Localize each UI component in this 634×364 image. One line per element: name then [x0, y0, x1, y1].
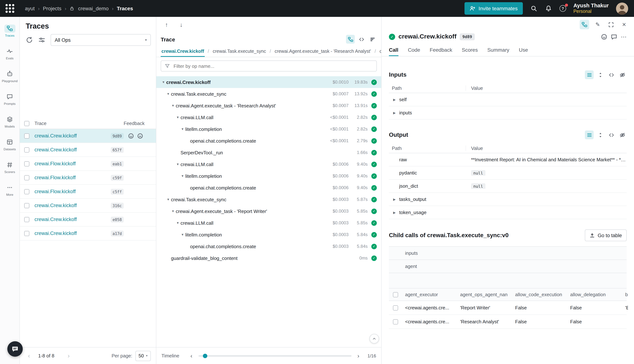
row-checkbox[interactable]	[24, 203, 29, 208]
chevron-down-icon[interactable]: ▼	[180, 174, 185, 178]
path-tab[interactable]: crewai.Crew.kickoff	[161, 49, 205, 57]
timeline-slider[interactable]	[198, 355, 351, 356]
trace-tree-row[interactable]: ▼ openai.chat.completions.create$0.00035…	[156, 240, 381, 252]
overflow-menu-icon[interactable]: ⋯	[621, 33, 627, 40]
trace-tree-row[interactable]: ▼ SerperDevTool._run1.66s✓	[156, 147, 381, 158]
hide-values-icon[interactable]	[618, 70, 627, 79]
invite-teammates-button[interactable]: Invite teammates	[465, 2, 523, 15]
row-checkbox[interactable]	[393, 319, 398, 324]
chat-fab[interactable]	[7, 341, 23, 357]
timeline-next-icon[interactable]: ›	[355, 352, 362, 359]
sidebar-item-models[interactable]: Models	[1, 112, 19, 132]
chevron-down-icon[interactable]: ▼	[175, 221, 180, 225]
row-checkbox[interactable]	[24, 231, 29, 236]
sidebar-item-scorers[interactable]: Scorers	[1, 157, 19, 178]
output-row[interactable]: json_dict null	[389, 180, 627, 193]
hide-values-icon[interactable]	[618, 130, 627, 139]
inputs-row[interactable]: ▶inputs	[389, 106, 627, 120]
sidebar-item-playground[interactable]: Playground	[1, 66, 19, 86]
chevron-down-icon[interactable]: ▼	[165, 92, 171, 96]
row-checkbox[interactable]	[24, 217, 29, 222]
trace-tree-row[interactable]: ▼ crewai.Task.execute_sync$0.00035.87s✓	[156, 194, 381, 205]
code-view-icon[interactable]	[607, 70, 616, 79]
inputs-row[interactable]: ▶self	[389, 93, 627, 106]
avatar[interactable]	[616, 2, 628, 14]
table-row[interactable]: crewai.Crew.kickoff a17d	[20, 226, 156, 240]
sidebar-item-prompts[interactable]: Prompts	[1, 89, 19, 109]
row-checkbox[interactable]	[24, 161, 29, 166]
tab-code[interactable]: Code	[408, 47, 420, 56]
path-tab[interactable]: crewai.Agent.execute_task - 'Research An…	[274, 49, 372, 57]
row-checkbox[interactable]	[24, 175, 29, 180]
row-checkbox[interactable]	[24, 147, 29, 152]
column-settings-icon[interactable]	[38, 36, 46, 44]
prev-trace-icon[interactable]: ↑	[162, 20, 171, 29]
timeline-slider-handle[interactable]	[203, 354, 207, 358]
chevron-down-icon[interactable]: ▼	[165, 198, 171, 201]
ops-filter-select[interactable]: All Ops ▾	[51, 34, 151, 46]
trace-tree-row[interactable]: ▼ guardrail-validate_blog_content0ms✓	[156, 252, 381, 264]
row-checkbox[interactable]	[393, 305, 398, 310]
scroll-top-button[interactable]	[370, 334, 379, 344]
tab-feedback[interactable]: Feedback	[430, 47, 452, 56]
comment-icon[interactable]	[611, 34, 617, 40]
code-view-icon[interactable]	[357, 35, 366, 44]
chevron-down-icon[interactable]: ▼	[161, 80, 166, 84]
tree-view-icon[interactable]	[346, 35, 355, 44]
next-trace-icon[interactable]: ↓	[177, 20, 186, 29]
chevron-right-icon[interactable]: ▶	[392, 98, 397, 101]
table-row[interactable]: <crewai.agents.cre... 'Research Analyst'…	[389, 315, 627, 329]
trace-tree-row[interactable]: ▼ crewai.LLM.call<$0.00012.82s✓	[156, 112, 381, 123]
fullscreen-icon[interactable]	[606, 20, 616, 29]
row-checkbox[interactable]	[24, 189, 29, 194]
wandb-logo[interactable]	[0, 0, 20, 17]
table-row[interactable]: crewai.Crew.kickoff 657f	[20, 143, 156, 157]
trace-tree-row[interactable]: ▼ crewai.LLM.call$0.00035.85s✓	[156, 217, 381, 229]
code-view-icon[interactable]	[607, 130, 616, 139]
trace-tree-row[interactable]: ▼ crewai.Task.execute_sync$0.000713.92s✓	[156, 88, 381, 100]
close-icon[interactable]: ×	[619, 20, 629, 29]
sidebar-item-evals[interactable]: Evals	[1, 43, 19, 64]
trace-tree-row[interactable]: ▼ litellm.completion$0.00035.84s✓	[156, 229, 381, 240]
per-page-select[interactable]: 50 ▾	[135, 350, 151, 361]
call-id-chip[interactable]: 9d89	[460, 33, 475, 40]
go-to-table-button[interactable]: Go to table	[585, 230, 627, 241]
path-tab[interactable]: crewai.Task.execute_sync	[212, 49, 267, 57]
add-reaction-icon[interactable]	[601, 34, 607, 40]
breadcrumb-entity[interactable]: ayut	[25, 6, 35, 11]
trace-tree-row[interactable]: ▼ litellm.completion<$0.00012.82s✓	[156, 123, 381, 135]
timeline-prev-icon[interactable]: ‹	[188, 352, 195, 359]
tree-panel-icon[interactable]	[580, 20, 589, 29]
tab-summary[interactable]: Summary	[487, 47, 509, 56]
chevron-down-icon[interactable]: ▼	[170, 104, 176, 108]
sidebar-item-more[interactable]: More	[1, 180, 19, 200]
output-row[interactable]: pydantic null	[389, 166, 627, 180]
row-checkbox[interactable]	[24, 133, 29, 138]
chevron-down-icon[interactable]: ▼	[175, 162, 180, 166]
breadcrumb-projects[interactable]: Projects	[43, 6, 62, 11]
chevron-right-icon[interactable]: ▶	[392, 210, 397, 214]
trace-tree-row[interactable]: ▼ crewai.LLM.call$0.00069.40s✓	[156, 158, 381, 170]
select-all-checkbox[interactable]	[24, 121, 29, 126]
table-row[interactable]: crewai.Flow.kickoff eab1	[20, 157, 156, 171]
select-all-checkbox[interactable]	[393, 292, 398, 297]
table-row[interactable]: crewai.Crew.kickoff 316c	[20, 199, 156, 212]
path-tab[interactable]: crewai.LLM.cal	[379, 49, 381, 57]
trace-tree-row[interactable]: ▼ crewai.Agent.execute_task - 'Report Wr…	[156, 205, 381, 217]
sidebar-item-datasets[interactable]: Datasets	[1, 134, 19, 155]
tab-scores[interactable]: Scores	[462, 47, 478, 56]
list-view-icon[interactable]	[585, 130, 594, 139]
trace-tree-row[interactable]: ▼ openai.chat.completions.create$0.00069…	[156, 182, 381, 194]
next-page-button[interactable]: ›	[65, 352, 73, 360]
output-row[interactable]: raw **Investment Report: AI in Chemical …	[389, 153, 627, 166]
trace-tree-row[interactable]: ▼ crewai.Crew.kickoff$0.001019.83s✓	[156, 76, 381, 88]
expand-rows-icon[interactable]	[596, 130, 605, 139]
breadcrumb-project[interactable]: crewai_demo	[78, 6, 109, 11]
refresh-icon[interactable]	[26, 36, 33, 44]
chevron-down-icon[interactable]: ▼	[180, 233, 185, 236]
table-row[interactable]: crewai.Crew.kickoff 9d89	[20, 129, 156, 143]
op-filter-input[interactable]	[173, 63, 373, 69]
op-filter-field[interactable]	[161, 60, 377, 72]
chevron-right-icon[interactable]: ▶	[392, 198, 397, 201]
chevron-down-icon[interactable]: ▼	[170, 209, 176, 213]
